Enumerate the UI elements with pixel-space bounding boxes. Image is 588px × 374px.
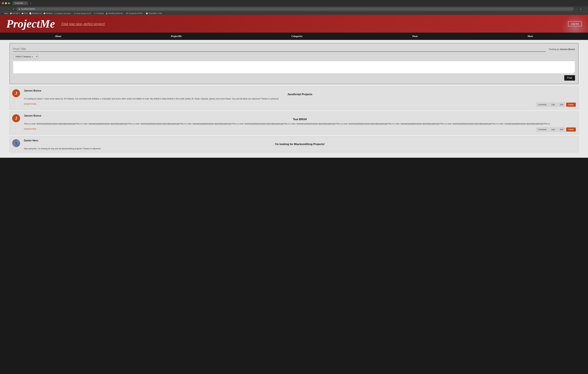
post-footer: programming Comment Like Edit Delete bbox=[24, 127, 576, 132]
post-tag[interactable]: programming bbox=[24, 128, 36, 130]
post-card: 👤 Daxlor Heru I'm looking for Blacksmith… bbox=[10, 136, 578, 152]
delete-button[interactable]: Delete bbox=[566, 127, 576, 132]
post-avatar: J bbox=[12, 89, 20, 97]
post-body: This is a test. lkahdaksjdalkjdlaskjdak;… bbox=[24, 122, 576, 125]
app-header: ProjectMe Find your next, perfect projec… bbox=[0, 15, 588, 33]
window-controls bbox=[2, 2, 10, 4]
post-body: I'm looking for ideas! I need some ideas… bbox=[24, 97, 576, 100]
lock-icon: 🔒 bbox=[18, 8, 20, 10]
bookmark-gasei7[interactable]: 📁 GA-SEI-7 bbox=[10, 12, 20, 14]
post-footer: programming Comment Like Edit Delete bbox=[24, 102, 576, 107]
toolbar-icons: ☆ ⚙ ⋮ bbox=[575, 7, 587, 11]
bookmark-css[interactable]: 📁 CSS bbox=[21, 12, 28, 14]
edit-button[interactable]: Edit bbox=[558, 127, 565, 132]
posting-as-label: Posting as Janson Bunce bbox=[549, 48, 575, 51]
post-avatar: 👤 bbox=[12, 139, 20, 147]
category-select[interactable]: Select Category ⬥ bbox=[13, 54, 38, 59]
header-tagline: Find your next, perfect project! bbox=[61, 22, 105, 26]
post-title: JavaScript Projects bbox=[24, 93, 576, 96]
like-button[interactable]: Like bbox=[549, 127, 557, 132]
header-left: ProjectMe Find your next, perfect projec… bbox=[6, 18, 105, 29]
bookmark-apps[interactable]: 📱 Apps bbox=[1, 12, 8, 14]
bookmark-mongoose[interactable]: 🔗 mongoose-CRUD-... bbox=[126, 12, 144, 14]
bookmark-cheatsheets[interactable]: fx Cheat Sheets for Fr... bbox=[74, 12, 92, 14]
nav-item-more[interactable]: More bbox=[521, 33, 539, 40]
browser-chrome: ProjectMe ✕ + ← → ↺ 🔒 localhost:3000/# ☆… bbox=[0, 0, 588, 158]
app-wrapper: ProjectMe Find your next, perfect projec… bbox=[0, 15, 588, 158]
like-button[interactable]: Like bbox=[549, 103, 557, 107]
bookmark-reading[interactable]: 📄 Reading List bbox=[29, 12, 42, 14]
post-title-input[interactable] bbox=[13, 46, 546, 52]
nav-item-posts[interactable]: Posts bbox=[406, 33, 424, 40]
post-title: I'm looking for Blacksmithing Projects! bbox=[24, 143, 576, 146]
post-button[interactable]: Post bbox=[564, 75, 575, 81]
refresh-button[interactable]: ↺ bbox=[12, 7, 15, 11]
minimize-dot[interactable] bbox=[5, 2, 7, 4]
menu-icon[interactable]: ⋮ bbox=[583, 7, 587, 11]
nav-item-projectme[interactable]: ProjectMe bbox=[165, 33, 188, 40]
url-bar[interactable]: 🔒 localhost:3000/# bbox=[16, 7, 574, 11]
edit-button[interactable]: Edit bbox=[558, 103, 565, 107]
app-main: Posting as Janson Bunce Select Category … bbox=[0, 40, 588, 158]
main-nav: About ProjectMe Categories Posts More bbox=[0, 33, 588, 40]
post-card: J Janson Bunce Test BRUH This is a test.… bbox=[10, 112, 578, 134]
browser-titlebar: ProjectMe ✕ + bbox=[0, 0, 588, 6]
post-content: Janson Bunce Test BRUH This is a test. l… bbox=[24, 114, 576, 132]
tab-close-icon[interactable]: ✕ bbox=[24, 2, 26, 4]
bookmark-projectme[interactable]: 📋 ProjectMe | Trello bbox=[146, 12, 162, 14]
post-author: Daxlor Heru bbox=[24, 139, 576, 142]
app-logo: ProjectMe bbox=[6, 18, 55, 29]
new-tab-button[interactable]: + bbox=[30, 2, 31, 5]
extensions-icon[interactable]: ⚙ bbox=[579, 7, 582, 11]
post-title: Test BRUH bbox=[24, 118, 576, 121]
url-text: localhost:3000/# bbox=[21, 8, 35, 10]
logout-button[interactable]: Log Out bbox=[568, 21, 582, 26]
bookmark-auth[interactable]: 🔒 Handling Authentic... bbox=[106, 12, 124, 14]
form-top-row: Posting as Janson Bunce bbox=[13, 46, 575, 52]
post-card: J Janson Bunce JavaScript Projects I'm l… bbox=[10, 87, 578, 110]
post-actions: Comment Like Edit Delete bbox=[536, 103, 576, 107]
bookmarks-bar: 📱 Apps 📁 GA-SEI-7 📁 CSS 📄 Reading List 📁… bbox=[0, 12, 588, 15]
new-post-form: Posting as Janson Bunce Select Category … bbox=[10, 43, 578, 84]
post-actions: Comment Like Edit Delete bbox=[536, 127, 576, 132]
delete-button[interactable]: Delete bbox=[566, 103, 576, 107]
close-dot[interactable] bbox=[2, 2, 4, 4]
form-bottom: Post bbox=[13, 74, 575, 81]
post-content: Janson Bunce JavaScript Projects I'm loo… bbox=[24, 89, 576, 107]
tab-title: ProjectMe bbox=[15, 2, 23, 4]
nav-item-about[interactable]: About bbox=[49, 33, 68, 40]
bookmark-coderbyte[interactable]: ◎ Coderbyte bbox=[94, 12, 104, 14]
post-author: Janson Bunce bbox=[24, 89, 576, 92]
comment-button[interactable]: Comment bbox=[536, 103, 548, 107]
browser-toolbar: ← → ↺ 🔒 localhost:3000/# ☆ ⚙ ⋮ bbox=[0, 6, 588, 12]
nav-item-categories[interactable]: Categories bbox=[285, 33, 309, 40]
bookmark-linkedin[interactable]: in LinkedIn Job Searc... bbox=[54, 12, 73, 14]
post-body: Hey everyone, I'm looking for any and al… bbox=[24, 147, 576, 150]
post-author: Janson Bunce bbox=[24, 114, 576, 117]
forward-button[interactable]: → bbox=[7, 7, 10, 11]
post-content: Daxlor Heru I'm looking for Blacksmithin… bbox=[24, 139, 576, 152]
star-icon[interactable]: ☆ bbox=[575, 7, 578, 11]
post-tag[interactable]: programming bbox=[24, 103, 36, 105]
maximize-dot[interactable] bbox=[8, 2, 10, 4]
browser-tab[interactable]: ProjectMe ✕ bbox=[12, 1, 28, 5]
avatar-placeholder: 👤 bbox=[12, 139, 20, 147]
post-body-textarea[interactable] bbox=[13, 61, 575, 74]
bookmark-meetups[interactable]: 📁 Meetups bbox=[43, 12, 53, 14]
back-button[interactable]: ← bbox=[1, 7, 5, 11]
post-avatar: J bbox=[12, 114, 20, 122]
posting-as-user: Janson Bunce bbox=[560, 48, 575, 51]
comment-button[interactable]: Comment bbox=[536, 127, 548, 132]
